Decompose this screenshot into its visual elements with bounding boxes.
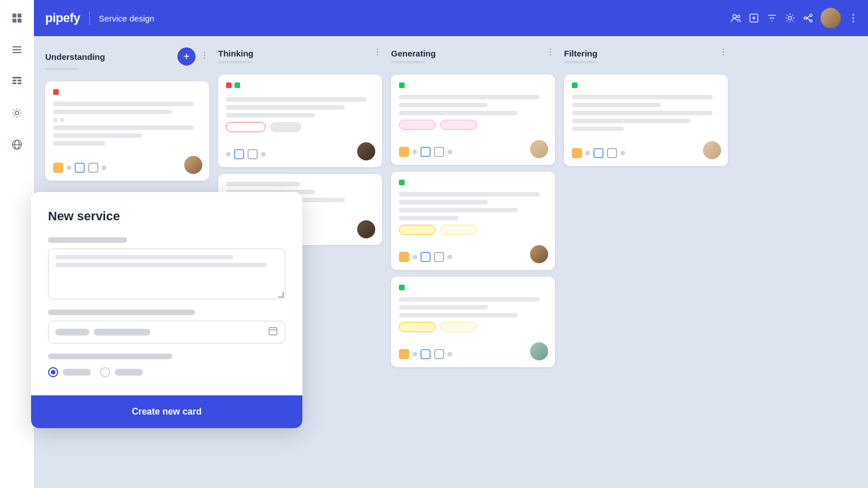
logo-area: pipefy Service design [45,11,154,25]
card-line [399,95,540,99]
user-avatar[interactable] [821,8,841,28]
svg-rect-9 [18,80,21,81]
import-icon[interactable] [748,12,760,24]
card-footer-icon [248,149,258,159]
column-menu-icon[interactable] [373,47,382,59]
card-line [399,313,518,317]
card-footer-icon [399,349,409,359]
card-tag [226,122,266,132]
sidebar-item-table[interactable] [8,72,26,90]
card-tag [270,122,301,132]
svg-rect-6 [12,52,21,53]
card-footer-dot [448,255,452,259]
date-placeholder-text [55,329,89,336]
svg-rect-3 [18,19,21,23]
column-progress-bar [564,61,598,63]
card-label-dot [399,82,405,88]
svg-point-12 [15,111,19,115]
card-footer-icon [420,252,431,262]
svg-rect-10 [12,82,16,84]
radio-option-2[interactable] [100,367,143,377]
card-footer-dot [67,165,71,170]
date-input[interactable] [48,321,285,343]
card[interactable] [391,75,555,165]
svg-point-37 [723,54,724,55]
card-footer-dot [102,165,106,170]
more-icon[interactable] [848,12,859,24]
card-label-dot [235,82,240,88]
sidebar-item-dashboard[interactable] [8,9,26,27]
card-dots [53,117,201,122]
sidebar-item-automation[interactable] [8,104,26,122]
svg-point-29 [377,49,378,50]
header-divider [89,11,90,25]
card-line [53,102,194,106]
settings-icon[interactable] [784,12,796,24]
card-line [53,125,194,130]
svg-point-35 [723,49,724,50]
radio-circle-selected [48,367,58,377]
card-footer-dot [261,152,266,156]
card-footer-icon [434,147,444,157]
column-header-generating: Generating [391,47,555,59]
members-icon[interactable] [730,12,741,24]
radio-label [115,369,143,376]
calendar-icon [268,326,278,338]
column-menu-icon[interactable] [200,51,209,62]
card-line [53,141,105,146]
svg-point-20 [804,17,806,19]
svg-rect-8 [12,80,16,81]
create-card-button[interactable]: Create new card [132,407,202,417]
description-textarea[interactable] [48,249,285,299]
card-line [572,95,713,99]
filter-icon[interactable] [766,12,778,24]
sidebar-item-list[interactable] [8,41,26,59]
card[interactable] [564,75,728,166]
card-footer-icon [593,148,604,158]
add-card-button[interactable]: + [177,47,196,66]
card-line [399,208,518,212]
card-tag [440,225,477,235]
card-footer-icon [434,349,444,359]
card-footer-dot [620,151,625,155]
textarea-line [55,263,267,267]
card-small-dot [60,117,64,122]
svg-point-21 [810,14,812,16]
card[interactable] [218,75,382,167]
card[interactable] [391,172,555,270]
modal-body: New service [31,192,302,395]
card-avatar [357,142,375,160]
svg-rect-4 [12,46,21,47]
svg-point-34 [550,54,551,55]
card-footer-dot [448,352,452,356]
svg-point-27 [204,55,205,56]
header-actions [730,8,859,28]
card-line [572,103,661,107]
card[interactable] [391,277,555,367]
svg-point-23 [853,14,854,16]
column-menu-icon[interactable] [719,47,728,59]
card-tags [226,122,374,132]
card[interactable] [45,81,209,181]
connect-icon[interactable] [802,12,814,24]
card-line [572,127,624,131]
card-footer-icon [399,147,409,157]
column-progress-bar [391,61,425,63]
card-line [572,111,713,115]
column-progress-bar [45,68,79,70]
textarea-wrapper [48,249,285,299]
form-label-3 [48,354,172,359]
column-menu-icon[interactable] [546,47,555,59]
textarea-line [55,255,233,259]
column-title: Understanding [45,52,173,62]
card-footer-dot [448,150,452,154]
radio-option-1[interactable] [48,367,91,377]
svg-point-26 [204,52,205,53]
card-line [399,297,540,302]
sidebar-item-portal[interactable] [8,136,26,154]
card-footer-icon [53,163,63,173]
card-footer-dot [413,255,417,259]
column-generating: Generating [391,47,555,477]
svg-rect-2 [12,19,16,23]
card-footer-icon [420,147,431,157]
